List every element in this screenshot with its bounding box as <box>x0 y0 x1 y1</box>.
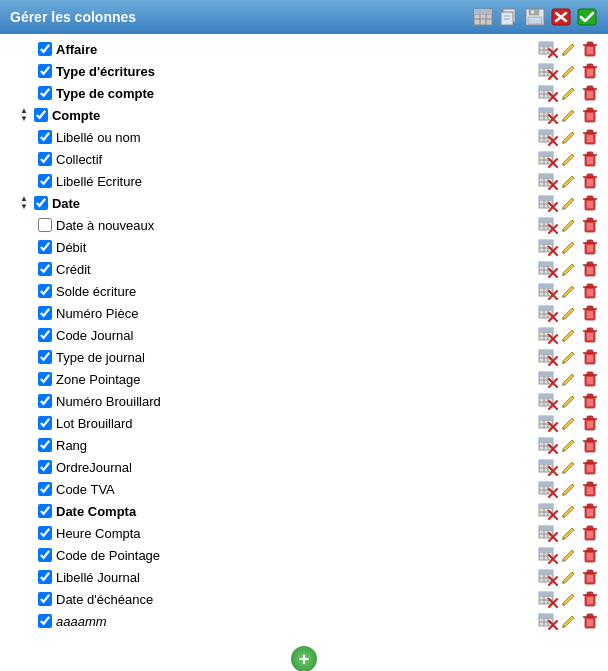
row-grid-icon[interactable] <box>538 150 558 168</box>
row-delete-icon[interactable] <box>580 282 600 300</box>
row-grid-icon[interactable] <box>538 524 558 542</box>
row-edit-icon[interactable] <box>559 458 579 476</box>
save-icon[interactable] <box>524 6 546 28</box>
row-label[interactable]: aaaamm <box>56 614 107 629</box>
row-edit-icon[interactable] <box>559 106 579 124</box>
row-edit-icon[interactable] <box>559 84 579 102</box>
row-grid-icon[interactable] <box>538 590 558 608</box>
row-checkbox[interactable] <box>38 460 52 474</box>
row-label[interactable]: Libellé ou nom <box>56 130 141 145</box>
row-delete-icon[interactable] <box>580 62 600 80</box>
row-grid-icon[interactable] <box>538 238 558 256</box>
row-label[interactable]: Type de journal <box>56 350 145 365</box>
row-delete-icon[interactable] <box>580 546 600 564</box>
row-label[interactable]: Numéro Brouillard <box>56 394 161 409</box>
row-edit-icon[interactable] <box>559 370 579 388</box>
row-label[interactable]: Code TVA <box>56 482 115 497</box>
row-delete-icon[interactable] <box>580 590 600 608</box>
row-delete-icon[interactable] <box>580 524 600 542</box>
row-checkbox[interactable] <box>38 570 52 584</box>
row-checkbox[interactable] <box>38 174 52 188</box>
row-delete-icon[interactable] <box>580 502 600 520</box>
row-edit-icon[interactable] <box>559 590 579 608</box>
row-grid-icon[interactable] <box>538 84 558 102</box>
row-grid-icon[interactable] <box>538 260 558 278</box>
row-checkbox[interactable] <box>38 42 52 56</box>
row-label[interactable]: Libellé Ecriture <box>56 174 142 189</box>
row-checkbox[interactable] <box>38 262 52 276</box>
row-edit-icon[interactable] <box>559 414 579 432</box>
row-grid-icon[interactable] <box>538 568 558 586</box>
row-delete-icon[interactable] <box>580 172 600 190</box>
row-edit-icon[interactable] <box>559 392 579 410</box>
row-label[interactable]: Rang <box>56 438 87 453</box>
row-label[interactable]: Collectif <box>56 152 102 167</box>
row-label[interactable]: Débit <box>56 240 86 255</box>
row-edit-icon[interactable] <box>559 216 579 234</box>
row-delete-icon[interactable] <box>580 260 600 278</box>
row-delete-icon[interactable] <box>580 304 600 322</box>
row-edit-icon[interactable] <box>559 150 579 168</box>
row-checkbox[interactable] <box>38 372 52 386</box>
row-delete-icon[interactable] <box>580 216 600 234</box>
row-checkbox[interactable] <box>38 350 52 364</box>
row-delete-icon[interactable] <box>580 480 600 498</box>
row-grid-icon[interactable] <box>538 546 558 564</box>
row-grid-icon[interactable] <box>538 106 558 124</box>
row-delete-icon[interactable] <box>580 238 600 256</box>
row-checkbox[interactable] <box>38 86 52 100</box>
row-checkbox[interactable] <box>38 328 52 342</box>
row-delete-icon[interactable] <box>580 106 600 124</box>
row-checkbox[interactable] <box>38 548 52 562</box>
row-checkbox[interactable] <box>38 306 52 320</box>
down-arrow[interactable]: ▼ <box>20 203 28 211</box>
row-grid-icon[interactable] <box>538 612 558 630</box>
row-label[interactable]: Crédit <box>56 262 91 277</box>
row-checkbox[interactable] <box>38 482 52 496</box>
row-checkbox[interactable] <box>38 438 52 452</box>
row-delete-icon[interactable] <box>580 436 600 454</box>
row-checkbox[interactable] <box>34 196 48 210</box>
row-delete-icon[interactable] <box>580 370 600 388</box>
row-edit-icon[interactable] <box>559 194 579 212</box>
row-edit-icon[interactable] <box>559 260 579 278</box>
ok-icon[interactable] <box>576 6 598 28</box>
row-grid-icon[interactable] <box>538 348 558 366</box>
row-grid-icon[interactable] <box>538 436 558 454</box>
row-edit-icon[interactable] <box>559 612 579 630</box>
add-button[interactable]: + <box>291 646 317 671</box>
row-delete-icon[interactable] <box>580 458 600 476</box>
row-delete-icon[interactable] <box>580 414 600 432</box>
row-label[interactable]: Code Journal <box>56 328 133 343</box>
row-edit-icon[interactable] <box>559 502 579 520</box>
row-delete-icon[interactable] <box>580 84 600 102</box>
row-grid-icon[interactable] <box>538 480 558 498</box>
row-grid-icon[interactable] <box>538 326 558 344</box>
row-delete-icon[interactable] <box>580 194 600 212</box>
row-delete-icon[interactable] <box>580 348 600 366</box>
row-label[interactable]: Date à nouveaux <box>56 218 154 233</box>
row-edit-icon[interactable] <box>559 40 579 58</box>
row-label[interactable]: Lot Brouillard <box>56 416 133 431</box>
down-arrow[interactable]: ▼ <box>20 115 28 123</box>
row-label[interactable]: Solde écriture <box>56 284 136 299</box>
row-checkbox[interactable] <box>38 504 52 518</box>
row-edit-icon[interactable] <box>559 304 579 322</box>
row-label[interactable]: Compte <box>52 108 100 123</box>
row-edit-icon[interactable] <box>559 62 579 80</box>
row-delete-icon[interactable] <box>580 40 600 58</box>
row-label[interactable]: Zone Pointage <box>56 372 141 387</box>
row-checkbox[interactable] <box>38 218 52 232</box>
row-checkbox[interactable] <box>38 592 52 606</box>
row-delete-icon[interactable] <box>580 568 600 586</box>
row-grid-icon[interactable] <box>538 40 558 58</box>
copy-icon[interactable] <box>498 6 520 28</box>
row-edit-icon[interactable] <box>559 282 579 300</box>
row-label[interactable]: Libellé Journal <box>56 570 140 585</box>
row-checkbox[interactable] <box>38 526 52 540</box>
row-grid-icon[interactable] <box>538 128 558 146</box>
row-label[interactable]: Date d'échéance <box>56 592 153 607</box>
row-checkbox[interactable] <box>38 416 52 430</box>
row-checkbox[interactable] <box>38 130 52 144</box>
row-label[interactable]: Code de Pointage <box>56 548 160 563</box>
